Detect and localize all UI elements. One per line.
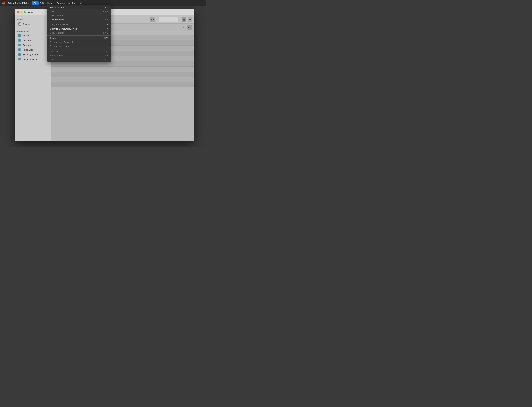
menu-read-recent-label: Read Recent	[50, 14, 63, 17]
menu-remove-from-library[interactable]: Remove from Library	[47, 44, 111, 48]
svg-rect-14	[20, 44, 21, 46]
menu-item-info-label: Item Info	[50, 50, 59, 53]
menu-item-info-shortcut: ⌘I	[106, 50, 108, 53]
menu-add-to-library-label: Add to Library	[50, 6, 64, 8]
menu-read-recent[interactable]: Read Recent	[47, 13, 111, 17]
menu-remove-from-bookshelf[interactable]: Remove from Bookshelf	[47, 40, 111, 44]
table-row	[51, 82, 194, 87]
menu-print-shortcut: ⌘P	[105, 58, 108, 61]
sidebar-item-kobo-label: Kobo e...	[23, 23, 31, 25]
menu-copy-to-bookshelf-label: Copy to Bookshelf	[50, 23, 68, 26]
svg-rect-9	[18, 39, 19, 42]
svg-rect-16	[19, 48, 20, 51]
menu-separator-3	[47, 49, 111, 49]
submenu-arrow2-icon: ▶	[107, 28, 108, 30]
menu-remove-from-bookshelf-label: Remove from Bookshelf	[50, 41, 73, 43]
table-row	[51, 67, 194, 72]
menu-copy-to-library-shortcut: ⇧⌘O	[103, 32, 108, 34]
table-row	[51, 77, 194, 82]
svg-rect-1	[19, 23, 20, 24]
menu-add-to-library[interactable]: Add to Library ⌘O	[47, 5, 111, 9]
menu-show-in-finder-shortcut: ⌘E	[105, 54, 108, 57]
sidebar-item-all-items-label: All Items	[23, 34, 31, 37]
menu-new-bookshelf-shortcut: ⌘N	[105, 18, 108, 21]
gear-settings-button[interactable]: ⚙▾	[150, 17, 155, 22]
borrowed-icon	[18, 44, 21, 47]
submenu-arrow-icon: ▶	[107, 24, 108, 26]
file-dropdown-menu: Add to Library ⌘O Read Space Read Recent…	[47, 5, 111, 62]
menu-close[interactable]: Close ⌘W	[47, 36, 111, 40]
apple-menu[interactable]: 🍎	[2, 2, 5, 5]
menu-add-to-library-shortcut: ⌘O	[105, 6, 108, 8]
menu-new-bookshelf-label: New Bookshelf	[50, 18, 65, 21]
menu-copy-to-computer-label: Copy to Computer/Device	[50, 28, 77, 30]
sidebar-item-recently-read-label: Recently Read	[23, 58, 37, 61]
window-title: library	[28, 11, 34, 14]
view-list-icon: ☰	[189, 18, 191, 21]
sidebar-item-borrowed-label: Borrowed	[23, 44, 32, 46]
menu-edit[interactable]: Edit	[39, 1, 45, 5]
sort-dropdown-chevron-icon: ▼	[175, 19, 177, 20]
svg-point-2	[19, 25, 20, 25]
app-name: Adobe Digital Editions	[8, 2, 31, 4]
sidebar-item-recently-added[interactable]: Recently Added	[16, 52, 50, 57]
menu-copy-to-computer[interactable]: Copy to Computer/Device ▶	[47, 27, 111, 31]
device-kobo-icon	[18, 22, 21, 26]
sidebar-item-purchased-label: Purchased	[23, 49, 33, 51]
devices-section-label: Devices	[15, 18, 51, 21]
minimize-button[interactable]	[20, 11, 22, 13]
menu-close-label: Close	[50, 37, 56, 39]
svg-rect-20	[20, 53, 21, 56]
bookshelf-gear-button[interactable]: ⚙▾	[187, 25, 192, 30]
svg-rect-15	[18, 48, 19, 51]
maximize-button[interactable]	[24, 11, 26, 13]
recently-added-icon	[18, 53, 21, 56]
gear-settings-icon: ⚙	[151, 18, 153, 21]
svg-rect-13	[19, 44, 20, 46]
sidebar: Devices Kobo e... Bookshelves	[15, 16, 51, 141]
menu-read-shortcut: Space	[102, 10, 108, 13]
menu-read[interactable]: Read Space	[47, 9, 111, 13]
sidebar-item-kobo[interactable]: Kobo e...	[16, 22, 50, 26]
all-items-icon	[18, 34, 21, 37]
menu-separator-2	[47, 35, 111, 36]
menu-file[interactable]: File	[32, 1, 39, 5]
close-button[interactable]	[17, 11, 19, 13]
menu-copy-to-library-label: Copy to Library	[50, 32, 65, 34]
bookshelves-section-label: Bookshelves	[15, 30, 51, 33]
sidebar-item-all-items[interactable]: All Items	[16, 33, 50, 38]
menu-close-shortcut: ⌘W	[104, 37, 108, 39]
sidebar-item-purchased[interactable]: Purchased	[16, 47, 50, 52]
not-read-icon	[18, 39, 21, 42]
svg-rect-17	[20, 48, 21, 51]
table-row	[51, 72, 194, 77]
svg-rect-10	[19, 39, 20, 42]
add-bookshelf-button[interactable]: +	[182, 26, 185, 29]
svg-rect-11	[20, 39, 21, 42]
svg-rect-12	[18, 44, 19, 46]
menu-copy-to-library[interactable]: Copy to Library ⇧⌘O	[47, 31, 111, 35]
menu-copy-to-bookshelf[interactable]: Copy to Bookshelf ▶	[47, 23, 111, 27]
sidebar-item-not-read[interactable]: Not Read	[16, 38, 50, 43]
menu-show-in-finder[interactable]: Show In Finder ⌘E	[47, 54, 111, 58]
menu-read-label: Read	[50, 10, 55, 13]
view-list-button[interactable]: ☰	[188, 17, 192, 22]
menu-show-in-finder-label: Show In Finder	[50, 54, 65, 57]
menu-print-label: Print...	[50, 58, 56, 61]
sort-dropdown[interactable]: ▼	[159, 17, 178, 22]
svg-rect-7	[20, 34, 21, 37]
sidebar-item-borrowed[interactable]: Borrowed	[16, 43, 50, 47]
sidebar-item-recently-read[interactable]: Recently Read	[16, 57, 50, 62]
svg-rect-22	[19, 58, 20, 61]
svg-rect-3	[18, 34, 19, 37]
sidebar-item-recently-added-label: Recently Added	[23, 53, 38, 56]
menu-print[interactable]: Print... ⌘P	[47, 58, 111, 62]
menu-new-bookshelf[interactable]: New Bookshelf ⌘N	[47, 17, 111, 22]
svg-rect-5	[19, 34, 20, 37]
svg-rect-23	[20, 58, 21, 61]
view-grid-button[interactable]: ▦	[182, 17, 186, 22]
purchased-icon	[18, 48, 21, 51]
menu-item-info[interactable]: Item Info ⌘I	[47, 49, 111, 54]
menu-remove-from-library-label: Remove from Library	[50, 45, 71, 47]
menu-separator-1	[47, 22, 111, 22]
